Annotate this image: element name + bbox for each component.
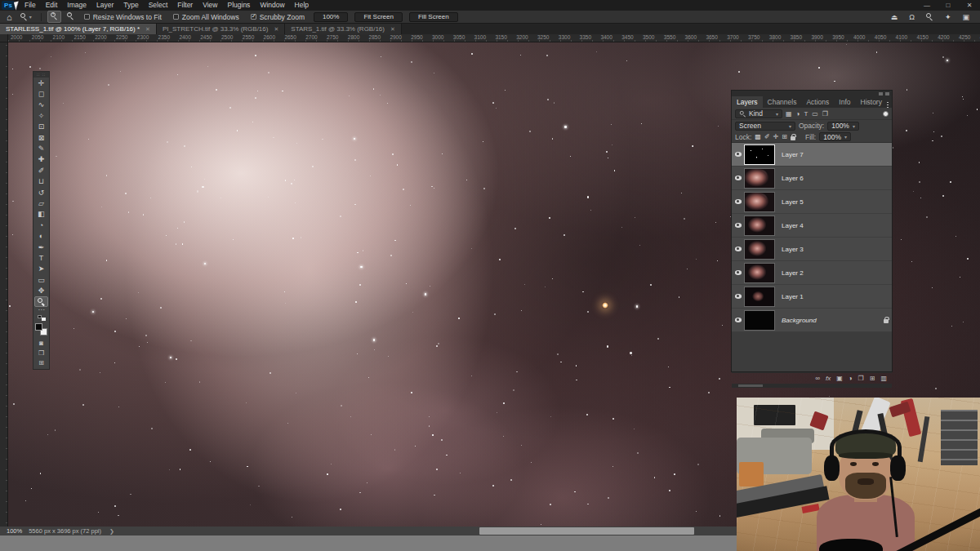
lock-all-icon[interactable] [791, 136, 795, 140]
layer-row-layer-6[interactable]: Layer 6 [732, 167, 892, 190]
menu-filter[interactable]: Filter [172, 0, 198, 11]
layer-row-layer-3[interactable]: Layer 3 [732, 238, 892, 261]
layer-thumbnail[interactable] [744, 310, 775, 331]
panel-tab-channels[interactable]: Channels [763, 96, 802, 108]
color-swatches[interactable] [35, 323, 47, 335]
tab-close-icon[interactable]: ✕ [390, 26, 395, 33]
minimize-button[interactable]: — [916, 0, 938, 11]
document-tab[interactable]: PI_STRETCH.tif @ 33.3% (RGB/16)✕ [157, 24, 285, 34]
pen-tool[interactable]: ✒ [34, 242, 48, 252]
menu-type[interactable]: Type [118, 0, 143, 11]
menu-view[interactable]: View [198, 0, 222, 11]
search-icon[interactable] [926, 13, 933, 20]
discover-icon[interactable]: ✦ [945, 13, 951, 21]
zoom-tool-icon[interactable] [20, 13, 28, 20]
lock-icon-3[interactable]: ⊞ [782, 133, 787, 140]
layer-thumbnail[interactable] [744, 287, 775, 307]
checkbox-resize-windows-to-fit[interactable]: Resize Windows to Fit [84, 13, 162, 21]
layer-row-layer-5[interactable]: Layer 5 [732, 190, 892, 214]
lock-icon-1[interactable]: ✐ [764, 133, 770, 140]
layer-thumbnail[interactable] [744, 144, 775, 165]
panel-menu-icon[interactable] [887, 102, 889, 108]
menu-window[interactable]: Window [255, 0, 289, 11]
history-brush-tool[interactable]: ↺ [34, 187, 48, 198]
ruler-horizontal[interactable]: 2000205021002150220022502300235024002450… [8, 34, 980, 42]
panel-grip[interactable]: ∷ ∷ [33, 72, 49, 78]
tab-close-icon[interactable]: ✕ [274, 26, 278, 33]
tab-close-icon[interactable]: ✕ [145, 26, 150, 33]
gradient-tool[interactable]: ◧ [34, 209, 48, 220]
checkbox-box[interactable] [84, 14, 90, 20]
magic-wand-tool[interactable]: ✧ [34, 110, 48, 121]
move-tool[interactable]: ✛ [34, 78, 48, 88]
filter-type-icon-2[interactable]: T [804, 110, 808, 118]
layer-thumbnail[interactable] [744, 239, 775, 260]
workspace-icon[interactable]: ▣ [962, 13, 969, 21]
filter-type-icon-0[interactable]: ▦ [786, 110, 792, 118]
chevron-down-icon[interactable]: ▾ [29, 14, 32, 20]
panel-tab-history[interactable]: History [856, 96, 887, 108]
shape-tool[interactable]: ▭ [34, 274, 48, 285]
menu-file[interactable]: File [20, 0, 41, 11]
path-select-tool[interactable]: ➤ [34, 264, 48, 274]
lasso-tool[interactable]: ∿ [34, 100, 48, 110]
collapse-panel-icon[interactable] [879, 92, 883, 96]
adjustment-layer-icon[interactable]: ◑ [849, 375, 853, 382]
blur-tool[interactable]: ◔ [34, 220, 48, 230]
layer-visibility-toggle[interactable] [732, 223, 744, 228]
layer-row-background[interactable]: Background [732, 309, 892, 332]
horizontal-scrollbar[interactable] [479, 527, 694, 535]
new-group-icon[interactable]: ❐ [858, 375, 864, 382]
document-tab[interactable]: STARLESS_1.tif @ 100% (Layer 7, RGB/16) … [0, 24, 157, 34]
checkbox-zoom-all-windows[interactable]: Zoom All Windows [173, 13, 239, 21]
layer-row-layer-7[interactable]: Layer 7 [732, 143, 892, 167]
add-mask-icon[interactable]: ▣ [836, 375, 843, 382]
opacity-select[interactable]: 100% ▾ [827, 122, 859, 131]
layer-style-fx-icon[interactable]: fx [826, 375, 831, 382]
filter-type-icon-3[interactable]: ▭ [812, 110, 818, 118]
zoom-tool[interactable] [34, 296, 48, 307]
eraser-tool[interactable]: ▱ [34, 198, 48, 208]
lock-icon-0[interactable]: ▩ [755, 133, 761, 140]
layer-visibility-toggle[interactable] [732, 152, 744, 157]
home-icon[interactable]: ⌂ [7, 12, 12, 22]
layer-visibility-toggle[interactable] [732, 247, 744, 251]
maximize-button[interactable]: □ [938, 0, 959, 11]
menu-edit[interactable]: Edit [41, 0, 63, 11]
menu-help[interactable]: Help [290, 0, 314, 11]
default-colors-icon[interactable] [38, 315, 46, 321]
checkbox-scrubby-zoom[interactable]: Scrubby Zoom [251, 13, 305, 21]
close-panel-icon[interactable] [885, 92, 889, 96]
filter-kind-select[interactable]: Kind ▾ [735, 109, 782, 118]
fill-screen-button[interactable]: Fill Screen [409, 12, 458, 22]
document-tab[interactable]: STARS_1.tif @ 33.3% (RGB/16)✕ [285, 24, 402, 34]
layer-visibility-toggle[interactable] [732, 176, 744, 180]
edit-toolbar-icon[interactable]: ⋯ [38, 307, 45, 315]
layer-visibility-toggle[interactable] [732, 199, 744, 204]
layer-thumbnail[interactable] [744, 168, 775, 189]
checkbox-box[interactable] [173, 14, 179, 20]
status-zoom-level[interactable]: 100% [7, 527, 22, 535]
fill-select[interactable]: 100% ▾ [819, 132, 851, 141]
panel-tab-info[interactable]: Info [834, 96, 855, 108]
crop-tool[interactable]: ⊡ [34, 122, 48, 132]
panel-scrollbar[interactable] [732, 384, 892, 388]
type-tool[interactable]: T [34, 252, 48, 263]
menu-select[interactable]: Select [144, 0, 173, 11]
layer-row-layer-1[interactable]: Layer 1 [732, 285, 892, 309]
zoom-out-button[interactable]: − [65, 11, 77, 22]
blend-mode-select[interactable]: Screen ▾ [735, 122, 795, 131]
hand-tool[interactable]: ✥ [34, 285, 48, 295]
foreground-color-swatch[interactable] [35, 323, 42, 331]
notifications-bell-icon[interactable]: Ω [909, 13, 915, 21]
screen-mode-icon[interactable]: ❒ [34, 348, 48, 358]
layer-thumbnail[interactable] [744, 192, 775, 212]
eyedropper-tool[interactable]: ✎ [34, 143, 48, 153]
dodge-tool[interactable]: ◐ [34, 230, 48, 241]
lock-icon-2[interactable]: ✛ [773, 133, 779, 140]
healing-brush-tool[interactable]: ✚ [34, 154, 48, 165]
layer-thumbnail[interactable] [744, 263, 775, 283]
filter-type-icon-4[interactable]: ❐ [822, 110, 828, 118]
status-chevron[interactable]: ❯ [109, 528, 114, 535]
panel-tab-layers[interactable]: Layers [732, 96, 763, 108]
